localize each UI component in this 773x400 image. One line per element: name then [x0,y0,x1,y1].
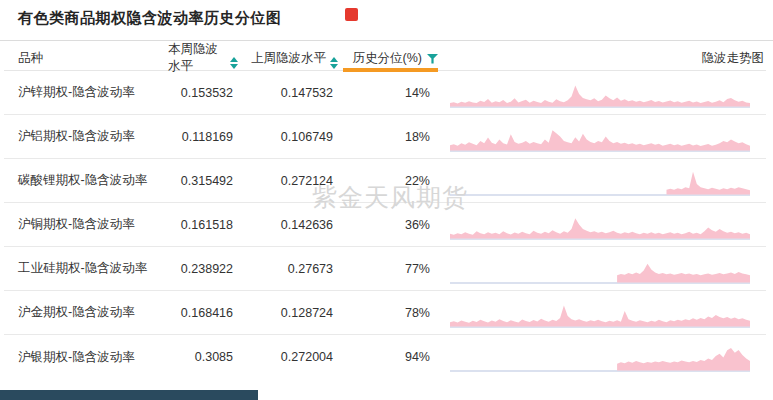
last-week-iv-cell: 0.147532 [238,86,338,100]
variety-cell: 碳酸锂期权-隐含波动率 [18,172,168,189]
variety-cell: 工业硅期权-隐含波动率 [18,260,168,277]
percentile-cell: 94% [338,350,438,364]
variety-cell: 沪铜期权-隐含波动率 [18,216,168,233]
page-title: 有色类商品期权隐含波动率历史分位图 [18,9,282,28]
table-row: 碳酸锂期权-隐含波动率 0.315492 0.272124 22% [4,159,766,203]
last-week-iv-cell: 0.27673 [238,262,338,276]
sparkline-area [450,305,750,326]
table-row: 沪铜期权-隐含波动率 0.161518 0.142636 36% [4,203,766,247]
percentile-cell: 14% [338,86,438,100]
variety-cell: 沪铝期权-隐含波动率 [18,128,168,145]
last-week-iv-cell: 0.106749 [238,130,338,144]
variety-cell: 沪金期权-隐含波动率 [18,304,168,321]
variety-cell: 沪锌期权-隐含波动率 [18,84,168,101]
last-week-iv-cell: 0.142636 [238,218,338,232]
column-header-label: 上周隐波水平 [251,50,326,67]
column-header-this-week-iv[interactable]: 本周隐波水平 [168,41,238,75]
percentile-cell: 77% [338,262,438,276]
table-row: 沪金期权-隐含波动率 0.168416 0.128724 78% [4,291,766,335]
column-header-label: 历史分位(%) [353,50,422,67]
sort-arrows-icon[interactable] [330,57,338,69]
percentile-cell: 18% [338,130,438,144]
sparkline-area [617,263,750,282]
title-bar: 有色类商品期权隐含波动率历史分位图 [0,0,773,40]
sort-arrows-icon[interactable] [230,57,238,69]
this-week-iv-cell: 0.153532 [168,86,238,100]
sparkline-area [450,85,750,106]
sparkline-area [450,130,750,150]
filter-funnel-icon[interactable] [427,54,438,64]
column-header-last-week-iv[interactable]: 上周隐波水平 [238,50,338,67]
column-header-variety[interactable]: 品种 [18,50,168,67]
red-marker-icon [345,8,358,21]
iv-trend-sparkline [438,207,766,243]
column-header-trend: 隐波走势图 [438,50,766,67]
iv-trend-sparkline [438,251,766,287]
percentile-cell: 78% [338,306,438,320]
this-week-iv-cell: 0.238922 [168,262,238,276]
this-week-iv-cell: 0.315492 [168,174,238,188]
iv-trend-sparkline [438,75,766,111]
bottom-bar [0,390,258,400]
last-week-iv-cell: 0.272004 [238,350,338,364]
this-week-iv-cell: 0.3085 [168,350,238,364]
iv-trend-sparkline [438,295,766,331]
iv-trend-sparkline [438,339,766,375]
column-header-label: 本周隐波水平 [168,41,226,75]
percentile-cell: 36% [338,218,438,232]
column-header-label: 隐波走势图 [702,50,765,67]
variety-cell: 沪银期权-隐含波动率 [18,349,168,366]
this-week-iv-cell: 0.118169 [168,130,238,144]
sparkline-area [450,218,750,238]
percentile-cell: 22% [338,174,438,188]
iv-trend-sparkline [438,163,766,199]
table-row: 工业硅期权-隐含波动率 0.238922 0.27673 77% [4,247,766,291]
last-week-iv-cell: 0.272124 [238,174,338,188]
table-row: 沪铝期权-隐含波动率 0.118169 0.106749 18% [4,115,766,159]
table-row: 沪银期权-隐含波动率 0.3085 0.272004 94% [4,335,766,379]
sparkline-area [617,348,750,371]
sparkline-area [667,171,751,194]
column-header-percentile[interactable]: 历史分位(%) [338,50,438,67]
table-header-row: 品种 本周隐波水平 上周隐波水平 历史分位(%) 隐波走势图 [4,41,766,71]
this-week-iv-cell: 0.161518 [168,218,238,232]
iv-trend-sparkline [438,119,766,155]
column-header-label: 品种 [18,50,43,67]
this-week-iv-cell: 0.168416 [168,306,238,320]
table-body: 沪锌期权-隐含波动率 0.153532 0.147532 14% 沪铝期权-隐含… [4,71,766,379]
table-row: 沪锌期权-隐含波动率 0.153532 0.147532 14% [4,71,766,115]
last-week-iv-cell: 0.128724 [238,306,338,320]
